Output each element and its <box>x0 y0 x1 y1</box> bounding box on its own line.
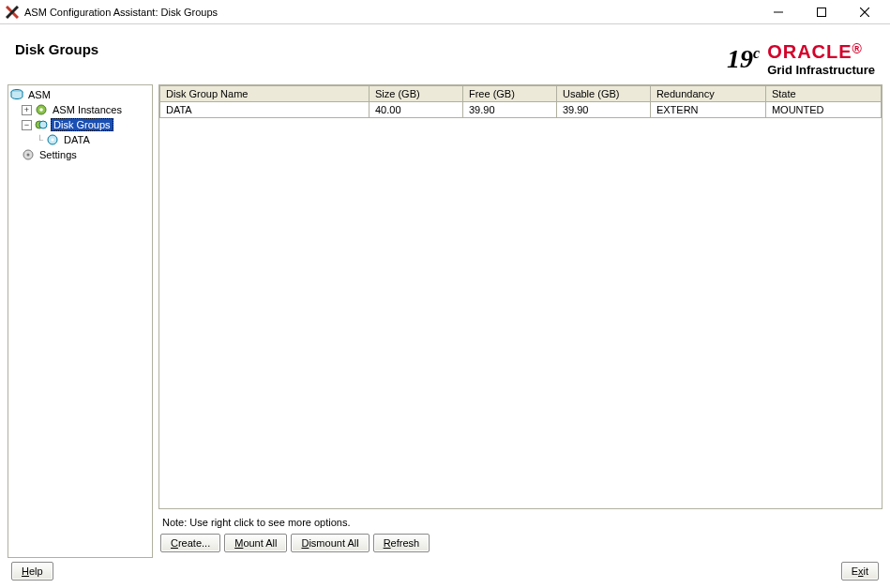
collapse-icon[interactable]: − <box>22 120 32 130</box>
col-free[interactable]: Free (GB) <box>462 86 556 102</box>
dismount-all-button[interactable]: Dismount All <box>291 534 369 552</box>
footer: Help Exit <box>0 558 890 588</box>
body: ASM + ASM Instances − Disk Groups └ DATA <box>0 84 890 558</box>
mount-all-button[interactable]: Mount All <box>224 534 287 552</box>
maximize-button[interactable] <box>807 1 836 23</box>
tree-label: ASM Instances <box>51 104 124 115</box>
table-header-row: Disk Group Name Size (GB) Free (GB) Usab… <box>160 86 882 102</box>
note-text: Note: Use right click to see more option… <box>158 509 882 534</box>
cell-state: MOUNTED <box>765 102 881 118</box>
cell-size: 40.00 <box>370 102 463 118</box>
window-title: ASM Configuration Assistant: Disk Groups <box>24 7 218 18</box>
app-icon <box>6 6 19 19</box>
tree-diskgroup-child[interactable]: └ DATA <box>8 132 152 147</box>
svg-point-12 <box>27 154 30 157</box>
cell-usable: 39.90 <box>556 102 650 118</box>
action-button-row: Create... Mount All Dismount All Refresh <box>158 534 882 558</box>
col-redundancy[interactable]: Redundancy <box>650 86 765 102</box>
tree-label: Settings <box>38 149 79 160</box>
col-usable[interactable]: Usable (GB) <box>556 86 650 102</box>
disk-group-icon <box>35 118 48 131</box>
table-row[interactable]: DATA 40.00 39.90 39.90 EXTERN MOUNTED <box>160 102 882 118</box>
svg-point-8 <box>39 121 47 128</box>
oracle-logo-block: 19c ORACLE® Grid Infrastructure <box>727 41 875 77</box>
disk-groups-table[interactable]: Disk Group Name Size (GB) Free (GB) Usab… <box>159 85 882 118</box>
titlebar-left: ASM Configuration Assistant: Disk Groups <box>6 6 218 19</box>
help-button[interactable]: Help <box>11 562 53 580</box>
header: Disk Groups 19c ORACLE® Grid Infrastruct… <box>0 24 890 84</box>
minimize-button[interactable] <box>764 1 792 23</box>
titlebar: ASM Configuration Assistant: Disk Groups <box>0 0 890 24</box>
tree-label: Disk Groups <box>51 118 113 131</box>
col-name[interactable]: Disk Group Name <box>160 86 370 102</box>
version-badge: 19c <box>727 44 760 74</box>
tree-asm-instances[interactable]: + ASM Instances <box>8 102 152 117</box>
refresh-button[interactable]: Refresh <box>373 534 430 552</box>
oracle-text: ORACLE® Grid Infrastructure <box>767 41 875 77</box>
tree-settings[interactable]: Settings <box>8 147 152 162</box>
exit-button[interactable]: Exit <box>841 562 879 580</box>
svg-rect-1 <box>818 8 826 16</box>
svg-point-6 <box>39 108 43 112</box>
cell-redundancy: EXTERN <box>650 102 765 118</box>
tree-label: DATA <box>62 134 92 145</box>
tree-connector: └ <box>37 135 43 145</box>
cell-free: 39.90 <box>462 102 556 118</box>
cell-name: DATA <box>160 102 370 118</box>
table-container: Disk Group Name Size (GB) Free (GB) Usab… <box>158 84 882 509</box>
close-button[interactable] <box>851 1 879 23</box>
asm-icon <box>10 88 23 101</box>
brand-name: ORACLE® <box>767 41 863 63</box>
main-panel: Disk Group Name Size (GB) Free (GB) Usab… <box>158 84 882 558</box>
settings-icon <box>22 148 35 161</box>
disk-icon <box>46 133 59 146</box>
brand-subtitle: Grid Infrastructure <box>767 63 875 77</box>
expand-icon[interactable]: + <box>22 105 32 115</box>
page-title: Disk Groups <box>15 41 98 57</box>
col-state[interactable]: State <box>765 86 881 102</box>
tree-disk-groups[interactable]: − Disk Groups <box>8 117 152 132</box>
sidebar-tree[interactable]: ASM + ASM Instances − Disk Groups └ DATA <box>8 84 153 558</box>
tree-root-asm[interactable]: ASM <box>8 87 152 102</box>
create-button[interactable]: Create... <box>160 534 220 552</box>
tree-label: ASM <box>26 89 53 100</box>
col-size[interactable]: Size (GB) <box>370 86 463 102</box>
svg-point-10 <box>52 139 54 142</box>
gear-icon <box>35 103 48 116</box>
window-controls <box>764 1 886 23</box>
